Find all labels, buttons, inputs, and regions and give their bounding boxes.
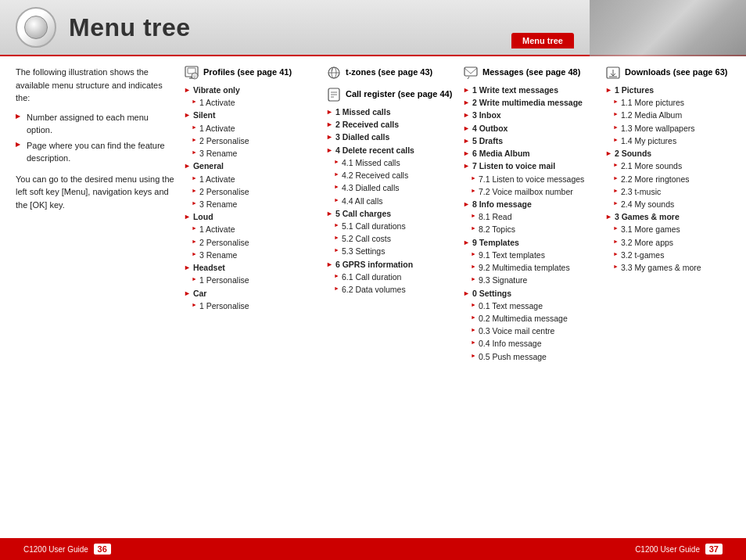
tree-label: 6.1 Call duration [342, 271, 401, 283]
tree-label: 1 Personalise [199, 300, 249, 312]
tree-label: 2.2 More ringtones [621, 174, 690, 185]
tree-label: 5 Call charges [335, 208, 391, 220]
tree-arrow-icon: ► [613, 98, 619, 106]
tree-label: Silent [193, 109, 216, 121]
intro-bullet-1: Number assigned to each menu option. [16, 111, 174, 137]
tree-arrow-icon: ► [471, 339, 476, 346]
tree-label: 3 Rename [199, 199, 237, 210]
col-callreg-header: Call register (see page 44) [326, 88, 455, 102]
tree-item: ►1 Activate [184, 174, 318, 185]
tree-label: 1.4 My pictures [621, 135, 676, 147]
tree-arrow-icon: ► [613, 250, 619, 258]
tree-label: 1 Activate [199, 224, 235, 235]
tree-arrow-icon: ► [334, 285, 339, 293]
tree-item: ►1.3 More wallpapers [605, 123, 730, 135]
tree-label: 3 Dialled calls [335, 131, 389, 143]
tree-label: 0.1 Text message [479, 300, 543, 312]
tree-item: ►0.3 Voice mail centre [463, 325, 597, 337]
col-tzones-callregister: i t-zones (see page 43) Call register (s… [326, 66, 455, 532]
col-messages: Messages (see page 48) ►1 Write text mes… [463, 66, 597, 532]
tree-item: ►5 Drafts [463, 135, 597, 147]
tree-label: 3 Games & more [615, 211, 680, 223]
tree-item: ►1 Pictures [605, 84, 730, 96]
tree-label: 6.2 Data volumes [342, 284, 406, 296]
tree-item: ►3 Rename [184, 249, 318, 261]
tree-label: 2 Write multimedia message [472, 97, 583, 109]
tree-label: 1.1 More pictures [621, 97, 684, 109]
tree-item: ►2.3 t-music [605, 186, 730, 198]
tree-item: ►3 Rename [184, 148, 318, 160]
tree-label: 0.3 Voice mail centre [479, 325, 554, 337]
tree-arrow-icon: ► [471, 301, 476, 309]
tree-label: Loud [193, 211, 213, 223]
tree-label: 4 Delete recent calls [335, 145, 414, 156]
tree-label: 9.2 Multimedia templates [479, 262, 570, 274]
tree-label: 1 Missed calls [335, 106, 391, 118]
tree-arrow-icon: ► [326, 145, 333, 156]
intro-extra: You can go to the desired menu using the… [16, 173, 174, 212]
tree-item: ►3 Inbox [463, 109, 597, 121]
tree-item: ►2 Personalise [184, 135, 318, 147]
tree-label: 2 Sounds [615, 148, 651, 160]
tree-item: ►3 Games & more [605, 211, 730, 223]
intro-panel: The following illustration shows the ava… [16, 66, 184, 532]
tree-item: ►9.2 Multimedia templates [463, 262, 597, 274]
tree-item: ►1 Personalise [184, 300, 318, 312]
tree-label: 3 Inbox [472, 109, 501, 121]
tree-label: 4 Outbox [472, 123, 508, 135]
col-downloads-title: Downloads (see page 63) [625, 66, 727, 79]
profiles-icon: ♪ [184, 66, 199, 80]
tree-label: 1.2 Media Album [621, 109, 682, 121]
tree-arrow-icon: ► [184, 85, 191, 95]
tree-arrow-icon: ► [326, 132, 333, 142]
tree-label: 8.1 Read [479, 211, 512, 223]
tree-arrow-icon: ► [334, 272, 339, 280]
tree-item: ►9.1 Text templates [463, 249, 597, 261]
col-messages-header: Messages (see page 48) [463, 66, 597, 80]
tree-arrow-icon: ► [463, 136, 470, 146]
tree-arrow-icon: ► [334, 158, 339, 166]
tree-item: ►2.1 More sounds [605, 160, 730, 172]
tree-item: ►5.3 Settings [326, 246, 455, 257]
tree-arrow-icon: ► [192, 301, 197, 309]
tree-label: 3.2 More apps [621, 237, 673, 249]
tree-arrow-icon: ► [192, 250, 197, 258]
tree-label: 1 Write text messages [472, 84, 558, 96]
tree-arrow-icon: ► [326, 209, 333, 219]
tree-arrow-icon: ► [613, 199, 619, 207]
tree-arrow-icon: ► [192, 124, 197, 131]
tree-item: ►4 Outbox [463, 123, 597, 135]
tree-label: 2 Received calls [335, 119, 399, 131]
tree-item: ►7.2 Voice mailbox number [463, 186, 597, 198]
tree-item: ►8 Info message [463, 199, 597, 210]
intro-bullet-2: Page where you can find the feature desc… [16, 139, 174, 165]
callreg-tree: ►1 Missed calls►2 Received calls►3 Diall… [326, 106, 455, 296]
tree-arrow-icon: ► [184, 263, 191, 273]
tree-item: ►General [184, 160, 318, 172]
tree-arrow-icon: ► [613, 161, 619, 169]
tree-arrow-icon: ► [192, 174, 197, 182]
col-profiles-title: Profiles (see page 41) [203, 66, 292, 79]
tree-arrow-icon: ► [463, 199, 470, 210]
tree-arrow-icon: ► [613, 238, 619, 246]
tree-item: ►5 Call charges [326, 208, 455, 220]
tree-item: ►0.5 Push message [463, 351, 597, 363]
tree-label: 7 Listen to voice mail [472, 160, 555, 172]
tree-arrow-icon: ► [605, 85, 612, 95]
tree-label: Headset [193, 262, 225, 274]
tree-item: ►Car [184, 288, 318, 300]
tree-label: 9.1 Text templates [479, 249, 545, 261]
tree-item: ►2 Write multimedia message [463, 97, 597, 109]
tree-arrow-icon: ► [334, 183, 339, 191]
header: Menu tree Menu tree [0, 0, 746, 56]
footer-left-num: 36 [94, 544, 111, 555]
tree-label: 1 Personalise [199, 275, 249, 286]
tree-item: ►9.3 Signature [463, 275, 597, 286]
tree-item: ►4.4 All calls [326, 196, 455, 207]
tree-label: 3.2 t-games [621, 249, 664, 261]
tree-label: 2.3 t-music [621, 186, 661, 198]
messages-icon [463, 66, 479, 80]
tree-item: ►1 Activate [184, 123, 318, 135]
tree-item: ►1 Activate [184, 224, 318, 235]
footer-right-num: 37 [705, 544, 723, 555]
